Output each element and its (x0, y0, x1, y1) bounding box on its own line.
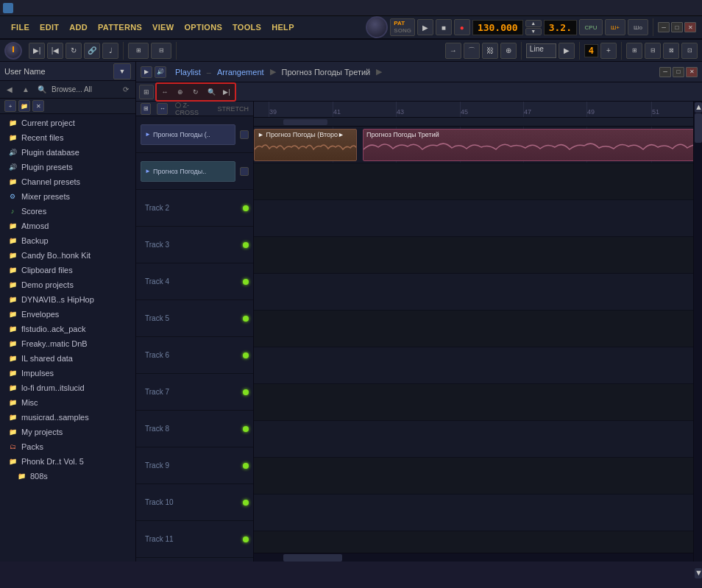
sidebar-item-demo-projects[interactable]: 📁 Demo projects (0, 277, 135, 292)
sidebar-options-btn[interactable]: ▼ (113, 63, 131, 79)
pat-song-selector[interactable]: PAT SONG (390, 18, 415, 36)
sidebar-item-channel-presets[interactable]: 📁 Channel presets (0, 174, 135, 189)
v-scrollbar-thumb[interactable] (695, 113, 702, 143)
pattern-display[interactable]: Ш+ (605, 19, 625, 35)
tool-scroll-left[interactable]: ⊞ (139, 85, 154, 99)
timeline-track-row-3[interactable] (254, 200, 693, 237)
sidebar-item-envelopes[interactable]: 📁 Envelopes (0, 307, 135, 322)
chain-btn[interactable]: ⛓ (482, 43, 498, 59)
menu-file[interactable]: FILE (6, 20, 35, 35)
timeline-track-row-4[interactable] (254, 237, 693, 274)
timeline-track-row-12[interactable] (254, 531, 693, 553)
sidebar-item-mixer-presets[interactable]: ⚙ Mixer presets (0, 189, 135, 204)
tool-zoom-in[interactable]: 🔍 (204, 85, 219, 99)
sidebar-item-impulses[interactable]: 📁 Impulses (0, 366, 135, 380)
timeline-track-row-8[interactable] (254, 384, 693, 421)
sidebar-item-candy-honk[interactable]: 📁 Candy Bo..honk Kit (0, 248, 135, 263)
link-btn[interactable]: 🔗 (84, 43, 100, 59)
snap-left-btn[interactable]: |◀ (47, 43, 63, 59)
master-volume-knob[interactable] (366, 16, 388, 38)
menu-help[interactable]: HELP (266, 20, 299, 35)
sidebar-item-scores[interactable]: ♪ Scores (0, 204, 135, 219)
playlist-speaker-btn[interactable]: 🔊 (155, 66, 166, 78)
tool-play-sel[interactable]: ▶| (219, 85, 234, 99)
sidebar-item-clipboard[interactable]: 📁 Clipboard files (0, 263, 135, 277)
nav-search-btn[interactable]: 🔍 (35, 83, 49, 96)
grid-btn1[interactable]: ⊞ (626, 43, 642, 59)
sidebar-item-backup[interactable]: 📁 Backup (0, 233, 135, 248)
play-button[interactable]: ▶ (417, 19, 433, 35)
sidebar-item-freaky-matic[interactable]: 📁 Freaky..matic DnB (0, 336, 135, 351)
pitch-knob[interactable] (4, 42, 22, 60)
grid-btn2[interactable]: ⊟ (645, 43, 661, 59)
h-scrollbar[interactable] (254, 553, 693, 562)
tool-move[interactable]: ⊕ (173, 85, 188, 99)
brush-btn[interactable]: ⊕ (500, 43, 517, 59)
timeline-track-row-6[interactable] (254, 311, 693, 347)
playlist-maximize-btn[interactable]: □ (673, 67, 684, 77)
metronome-btn[interactable]: ♩ (102, 43, 118, 59)
menu-add[interactable]: ADD (64, 20, 93, 35)
sidebar-folder-btn[interactable]: 📁 (18, 100, 30, 112)
menu-tools[interactable]: TOOLS (227, 20, 266, 35)
audio-clip-2[interactable]: Прогноз Погоды Третий (363, 129, 693, 161)
minimize-button[interactable]: ─ (658, 22, 670, 32)
sidebar-item-current-project[interactable]: 📁 Current project (0, 116, 135, 130)
playlist-close-btn[interactable]: ✕ (686, 67, 698, 77)
timeline-track-row-2[interactable] (254, 163, 693, 200)
sidebar-item-packs[interactable]: 🗂 Packs (0, 439, 135, 454)
bpm-down-button[interactable]: ▼ (525, 28, 542, 35)
h-scroll-top[interactable] (254, 118, 693, 127)
bpm-display[interactable]: 130.000 (472, 20, 523, 35)
menu-edit[interactable]: EDIT (35, 20, 64, 35)
timeline-track-row-11[interactable] (254, 495, 693, 531)
sidebar-item-plugin-presets[interactable]: 🔊 Plugin presets (0, 160, 135, 174)
sidebar-item-my-projects[interactable]: 📁 My projects (0, 425, 135, 439)
tool-zoom-h[interactable]: ↔ (157, 85, 172, 99)
sidebar-item-flstudio-ack[interactable]: 📁 flstudio..ack_pack (0, 322, 135, 336)
nav-refresh-btn[interactable]: ⟳ (119, 83, 132, 96)
h-scrollbar-top-thumb[interactable] (283, 119, 327, 125)
piano-roll-btn[interactable]: ⊞ (128, 43, 149, 59)
stretch-icon[interactable]: ↔ (157, 103, 167, 115)
beat-plus-btn[interactable]: + (600, 43, 617, 59)
v-scroll-up[interactable]: ▲ (695, 102, 702, 113)
close-button[interactable]: ✕ (684, 22, 696, 32)
record-button[interactable]: ● (454, 19, 470, 35)
snap-right-btn[interactable]: ▶| (29, 43, 45, 59)
nav-back-btn[interactable]: ◀ (3, 83, 16, 96)
timeline-track-row-10[interactable] (254, 458, 693, 495)
track-1-options[interactable] (240, 130, 249, 139)
loop-btn[interactable]: ↻ (65, 43, 82, 59)
sidebar-item-plugin-database[interactable]: 🔊 Plugin database (0, 145, 135, 160)
sidebar-item-dynavib[interactable]: 📁 DYNAVIB..s HipHop (0, 292, 135, 307)
curve-btn[interactable]: ⌒ (464, 43, 480, 59)
step-seq-btn[interactable]: ⊟ (151, 43, 171, 59)
v-scrollbar[interactable]: ▲ ▼ (693, 102, 702, 562)
sidebar-item-lo-fi-drum[interactable]: 📁 lo-fi drum..itslucid (0, 380, 135, 395)
playlist-nav-btn[interactable]: ▶ (141, 66, 152, 78)
grid-btn4[interactable]: ⊡ (681, 43, 698, 59)
sidebar-del-btn[interactable]: ✕ (32, 100, 44, 112)
maximize-button[interactable]: □ (671, 22, 683, 32)
audio-clip-1[interactable]: ► Прогноз Погоды (Второ► (254, 129, 357, 161)
sidebar-item-recent-files[interactable]: 📁 Recent files (0, 130, 135, 145)
menu-view[interactable]: VIEW (147, 20, 179, 35)
timeline-track-row-9[interactable] (254, 421, 693, 458)
grid-btn3[interactable]: ⊠ (663, 43, 679, 59)
sidebar-item-musicrad[interactable]: 📁 musicrad..samples (0, 410, 135, 425)
timeline-track-row-5[interactable] (254, 274, 693, 311)
sidebar-item-808s[interactable]: 📁 808s (0, 469, 135, 483)
track-clip1-options[interactable] (240, 167, 249, 176)
sidebar-item-misc[interactable]: 📁 Misc (0, 395, 135, 410)
timeline-track-row-7[interactable] (254, 347, 693, 384)
menu-options[interactable]: OPTIONS (179, 20, 227, 35)
arrow-right-btn[interactable]: → (445, 43, 461, 59)
sidebar-item-phonk-dr[interactable]: 📁 Phonk Dr..t Vol. 5 (0, 454, 135, 469)
line-selector[interactable]: Line (526, 43, 556, 58)
zcross-icon[interactable]: ⊞ (141, 103, 151, 115)
playlist-minimize-btn[interactable]: ─ (659, 67, 671, 77)
menu-patterns[interactable]: PATTERNS (93, 20, 147, 35)
sidebar-item-il-shared[interactable]: 📁 IL shared data (0, 351, 135, 366)
sidebar-item-atmosd[interactable]: 📁 Atmosd (0, 219, 135, 233)
